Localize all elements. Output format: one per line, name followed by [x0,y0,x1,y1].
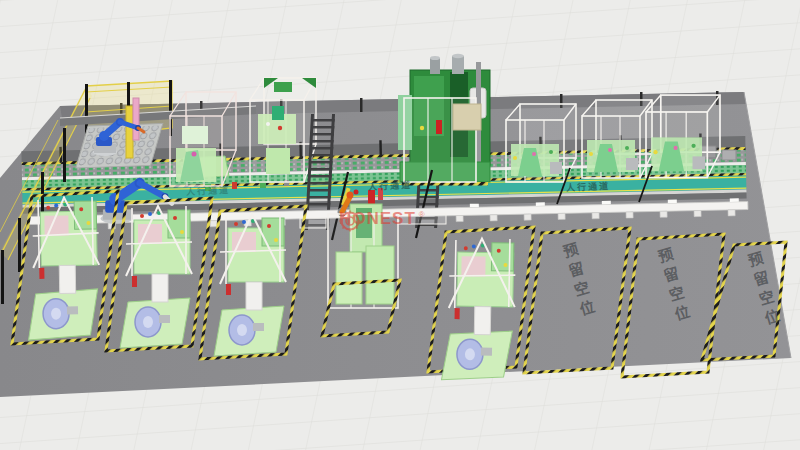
walkway-floor-label-3: 人行通道 [566,179,611,194]
walkway-floor-label-2: 人行通道 [368,178,413,193]
press-machine [398,54,490,186]
factory-3d-viewport[interactable]: 人行通道 人行通道 人行通道 预留空位 预留空位 预留空位 HONEST ® [0,0,800,450]
factory-3d-render [0,0,800,450]
walkway-floor-label-1: 人行通道 [186,183,231,198]
parts-pallet [76,123,163,168]
